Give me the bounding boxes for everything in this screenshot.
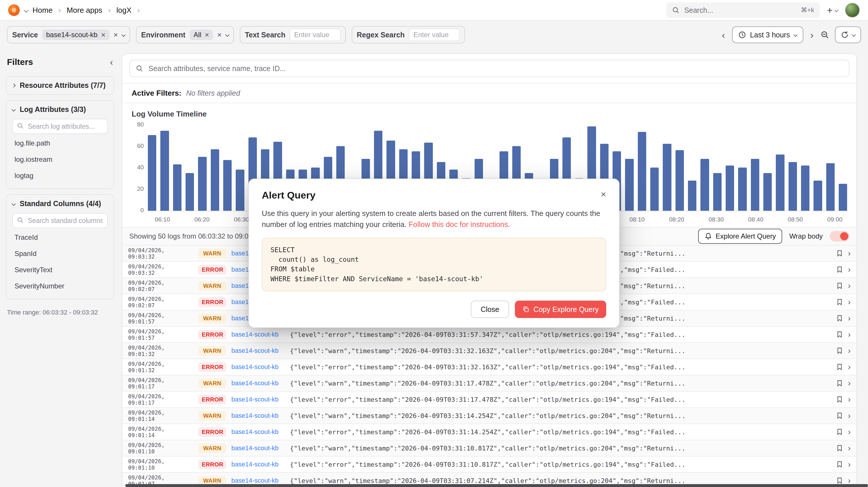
bookmark-icon[interactable]: [836, 477, 843, 484]
chart-bar: [826, 163, 835, 211]
service-link[interactable]: base14-scout-kb: [231, 461, 285, 468]
text-search-input[interactable]: [290, 28, 341, 41]
expand-row-icon[interactable]: ›: [848, 330, 850, 339]
bookmark-icon[interactable]: [836, 363, 843, 371]
service-link[interactable]: base14-scout-kb: [231, 445, 285, 452]
service-link[interactable]: base14-scout-kb: [231, 396, 285, 403]
log-attributes-search-input[interactable]: [12, 119, 108, 134]
expand-row-icon[interactable]: ›: [848, 427, 850, 436]
log-row[interactable]: 09/04/2026, 09:01:14WARNbase14-scout-kb{…: [122, 408, 857, 424]
expand-row-icon[interactable]: ›: [848, 395, 850, 404]
attribute-item[interactable]: SeverityNumber: [12, 278, 108, 294]
time-range-summary: Time range: 06:03:32 - 09:03:32: [6, 309, 114, 316]
expand-row-icon[interactable]: ›: [848, 297, 850, 307]
sidebar-collapse-icon[interactable]: ‹: [110, 57, 113, 67]
service-link[interactable]: base14-scout-kb: [231, 379, 285, 387]
log-row[interactable]: 09/04/2026, 09:01:32ERRORbase14-scout-kb…: [122, 359, 857, 375]
log-row[interactable]: 09/04/2026, 09:01:57ERRORbase14-scout-kb…: [122, 327, 857, 343]
bookmark-icon[interactable]: [836, 314, 843, 322]
attribute-item[interactable]: TraceId: [12, 229, 108, 246]
time-next-button[interactable]: ›: [809, 29, 815, 40]
bookmark-icon[interactable]: [836, 445, 843, 452]
log-row[interactable]: 09/04/2026, 09:01:17ERRORbase14-scout-kb…: [122, 392, 857, 408]
add-button[interactable]: +: [827, 5, 838, 15]
wrap-body-toggle[interactable]: [830, 231, 849, 241]
service-link[interactable]: base14-scout-kb: [231, 412, 285, 420]
standard-columns-label: Standard Columns (4/4): [20, 200, 101, 208]
expand-row-icon[interactable]: ›: [848, 249, 850, 258]
environment-filter-clear-icon[interactable]: ×: [217, 31, 221, 38]
x-tick-label: 08:50: [788, 216, 803, 223]
global-search-input[interactable]: Search... ⌘+k: [666, 2, 820, 18]
time-prev-button[interactable]: ‹: [721, 29, 726, 40]
bookmark-icon[interactable]: [836, 298, 843, 306]
service-link[interactable]: base14-scout-kb: [231, 331, 285, 338]
service-link[interactable]: base14-scout-kb: [231, 347, 285, 355]
expand-row-icon[interactable]: ›: [848, 411, 850, 420]
log-row[interactable]: 09/04/2026, 09:01:10ERRORbase14-scout-kb…: [122, 457, 857, 473]
bookmark-icon[interactable]: [836, 396, 843, 403]
bookmark-icon[interactable]: [836, 347, 843, 355]
explore-alert-query-button[interactable]: Explore Alert Query: [698, 229, 782, 244]
service-link[interactable]: base14-scout-kb: [231, 477, 285, 484]
bookmark-icon[interactable]: [836, 266, 843, 273]
logo-chevron-down-icon[interactable]: [24, 8, 29, 13]
service-filter-chip[interactable]: base14-scout-kb×: [42, 30, 110, 40]
time-range-button[interactable]: Last 3 hours: [732, 26, 803, 43]
chip-remove-icon[interactable]: ×: [205, 31, 209, 38]
attribute-item[interactable]: SpanId: [12, 246, 108, 262]
bookmark-icon[interactable]: [836, 461, 843, 468]
log-row[interactable]: 09/04/2026, 09:01:10WARNbase14-scout-kb{…: [122, 440, 857, 457]
modal-doc-link[interactable]: Follow this doc for instructions: [408, 220, 508, 229]
attribute-item[interactable]: log.file.path: [12, 135, 108, 151]
service-link[interactable]: base14-scout-kb: [231, 428, 285, 436]
expand-row-icon[interactable]: ›: [848, 362, 850, 372]
service-link[interactable]: base14-scout-kb: [231, 363, 285, 371]
service-filter-chevron-down-icon[interactable]: [122, 33, 126, 37]
environment-filter-chevron-down-icon[interactable]: [225, 33, 229, 37]
breadcrumb-home[interactable]: Home: [32, 6, 53, 15]
expand-row-icon[interactable]: ›: [848, 265, 850, 274]
log-row[interactable]: 09/04/2026, 09:01:17WARNbase14-scout-kb{…: [122, 375, 857, 392]
service-filter-clear-icon[interactable]: ×: [114, 31, 118, 38]
zoom-out-button[interactable]: [820, 30, 829, 39]
standard-columns-header[interactable]: Standard Columns (4/4): [12, 200, 108, 208]
bookmark-icon[interactable]: [836, 250, 843, 257]
alert-query-modal: Alert Query × Use this query in your ale…: [248, 179, 620, 328]
expand-row-icon[interactable]: ›: [848, 281, 850, 291]
bookmark-icon[interactable]: [836, 428, 843, 436]
attribute-item[interactable]: log.iostream: [12, 151, 108, 168]
severity-badge: WARN: [198, 444, 226, 453]
bookmark-icon[interactable]: [836, 379, 843, 387]
horizontal-scrollbar[interactable]: [125, 484, 868, 487]
expand-row-icon[interactable]: ›: [848, 378, 850, 388]
attributes-search-input[interactable]: Search attributes, service name, trace I…: [129, 60, 849, 77]
bookmark-icon[interactable]: [836, 331, 843, 338]
expand-row-icon[interactable]: ›: [848, 346, 850, 356]
breadcrumb-logx[interactable]: logX: [117, 6, 132, 15]
expand-row-icon[interactable]: ›: [848, 444, 850, 453]
resource-attributes-section[interactable]: Resource Attributes (7/7): [6, 76, 114, 95]
attribute-item[interactable]: logtag: [12, 168, 108, 184]
user-avatar[interactable]: [845, 3, 860, 18]
log-timestamp: 09/04/2026, 09:01:57: [128, 328, 193, 341]
chip-remove-icon[interactable]: ×: [101, 31, 105, 38]
app-logo-icon[interactable]: [8, 4, 20, 16]
modal-close-icon[interactable]: ×: [601, 190, 606, 199]
bookmark-icon[interactable]: [836, 282, 843, 290]
regex-search-input[interactable]: [409, 28, 460, 41]
refresh-button[interactable]: [835, 26, 861, 43]
log-attributes-header[interactable]: Log Attributes (3/3): [12, 105, 108, 114]
log-row[interactable]: 09/04/2026, 09:01:14ERRORbase14-scout-kb…: [122, 424, 857, 440]
log-row[interactable]: 09/04/2026, 09:01:32WARNbase14-scout-kb{…: [122, 343, 857, 359]
breadcrumb-more-apps[interactable]: More apps: [67, 6, 102, 15]
copy-explore-query-button[interactable]: Copy Explore Query: [515, 301, 606, 318]
bookmark-icon[interactable]: [836, 412, 843, 420]
attribute-item[interactable]: SeverityText: [12, 262, 108, 278]
expand-row-icon[interactable]: ›: [848, 460, 850, 469]
environment-filter-chip[interactable]: All×: [190, 30, 213, 40]
standard-columns-search-input[interactable]: [12, 213, 108, 228]
expand-row-icon[interactable]: ›: [848, 314, 850, 323]
modal-close-button[interactable]: Close: [471, 301, 509, 318]
severity-badge: ERROR: [198, 395, 226, 404]
